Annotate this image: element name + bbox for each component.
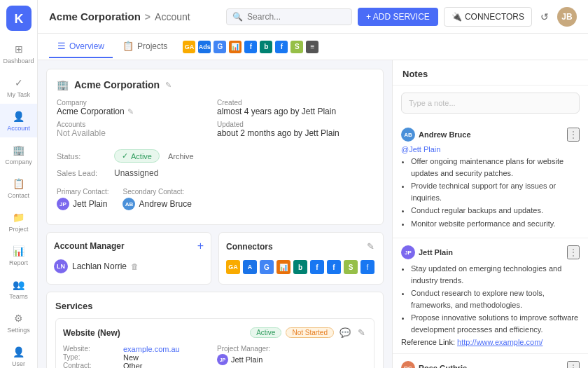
note-item-0: AB Andrew Bruce ⋮ @Jett Plain Offer ongo… (393, 121, 588, 238)
pm-label-0: Project Manager: (217, 345, 367, 353)
service-grid-0: Website:example.com.au Type:New Contract… (63, 345, 367, 368)
secondary-contact-name: Andrew Bruce (139, 199, 191, 209)
header-actions: 🔍 + ADD SERVICE 🔌 CONNECTORS ↺ JB (226, 7, 577, 27)
connectors-button[interactable]: 🔌 CONNECTORS (444, 7, 532, 27)
note-input-area[interactable]: Type a note... (401, 93, 580, 114)
manager-section-header: Account Manager + (54, 240, 204, 252)
sidebar-item-contact[interactable]: 📋 Contact (0, 171, 37, 205)
status-badge-active[interactable]: ✓ Active (114, 149, 160, 163)
breadcrumb: Acme Corporation > Account (49, 11, 218, 22)
note-avatar-0: AB (401, 128, 415, 142)
tab-connector-more[interactable]: ≡ (306, 41, 318, 53)
account-manager-card: Account Manager + LN Lachlan Norrie 🗑 (46, 232, 211, 285)
sidebar-item-project[interactable]: 📁 Project (0, 205, 37, 238)
sidebar-label-settings: Settings (7, 327, 30, 334)
svg-text:K: K (14, 12, 23, 26)
notes-panel: Notes Type a note... AB Andrew Bruce ⋮ @… (392, 60, 588, 368)
connector-analytics[interactable]: 📊 (276, 260, 290, 274)
overview-tab-label: Overview (69, 41, 104, 51)
tab-connector-g[interactable]: G (214, 41, 226, 53)
tab-connector-meta[interactable]: f (275, 41, 288, 53)
note-menu-1[interactable]: ⋮ (567, 245, 580, 259)
delete-manager-button[interactable]: 🗑 (131, 262, 139, 271)
connector-fb2[interactable]: f (327, 260, 341, 274)
projects-tab-label: Projects (137, 41, 167, 51)
connectors-list: GA A G 📊 b f f S f (226, 257, 376, 277)
manager-name: Lachlan Norrie (72, 261, 127, 271)
type-label-0: Type: (63, 353, 119, 362)
tab-connector-ga[interactable]: GA (183, 41, 195, 53)
app-logo[interactable]: K (6, 6, 31, 31)
sidebar-label-contact: Contact (8, 192, 29, 199)
connector-ga[interactable]: GA (226, 260, 240, 274)
website-value-0[interactable]: example.com.au (123, 345, 180, 353)
note-author-2: RG Rose Guthrie (401, 361, 467, 368)
user-avatar-button[interactable]: JB (557, 7, 577, 27)
search-box[interactable]: 🔍 (226, 8, 352, 25)
add-service-button[interactable]: + ADD SERVICE (358, 8, 438, 26)
created-label: Created (217, 99, 373, 107)
connector-shopify[interactable]: S (344, 260, 358, 274)
connector-f3[interactable]: f (360, 260, 374, 274)
add-manager-button[interactable]: + (197, 240, 204, 252)
page-header: Acme Corporation > Account 🔍 + ADD SERVI… (38, 0, 588, 34)
note-menu-2[interactable]: ⋮ (567, 361, 580, 368)
contract-value-0: Other (123, 362, 143, 368)
sidebar-item-account[interactable]: 👤 Account (0, 104, 37, 137)
tab-connector-chart[interactable]: 📊 (229, 41, 241, 53)
tab-overview[interactable]: ☰ Overview (49, 35, 113, 58)
service-edit-0[interactable]: ✎ (356, 326, 367, 339)
note-mention-0: @Jett Plain (401, 145, 580, 154)
company-edit-icon[interactable]: ✎ (127, 107, 134, 116)
note-ref-link-1[interactable]: http://www.example.com/ (457, 338, 542, 346)
note-author-1: JP Jett Plain (401, 245, 453, 259)
tabs-bar: ☰ Overview 📋 Projects GA Ads G 📊 f b f S… (38, 34, 588, 60)
left-panel: 🏢 Acme Corporation ✎ Company Acme Corpor… (38, 60, 392, 368)
sidebar-item-company[interactable]: 🏢 Company (0, 137, 37, 171)
service-progress-0: Not Started (286, 327, 334, 338)
sidebar-item-user[interactable]: 👤 User (0, 339, 37, 368)
connector-bing[interactable]: b (293, 260, 307, 274)
tab-connector-ads[interactable]: Ads (198, 41, 211, 53)
tab-connector-shopify[interactable]: S (290, 41, 303, 53)
company-value: Acme Corporation (57, 107, 125, 116)
note-text-0: Offer ongoing maintenance plans for webs… (401, 156, 580, 229)
sidebar-label-my-task: My Task (7, 91, 30, 98)
refresh-button[interactable]: ↺ (538, 8, 552, 25)
check-icon: ✓ (122, 151, 128, 161)
account-header: 🏢 Acme Corporation ✎ (57, 79, 373, 90)
sales-lead-label: Sales Lead: (57, 169, 106, 177)
connector-meta2[interactable]: f (310, 260, 324, 274)
note-menu-0[interactable]: ⋮ (567, 128, 580, 142)
status-label: Status: (57, 152, 106, 161)
website-label-0: Website: (63, 345, 119, 353)
type-value-0: New (123, 353, 139, 362)
project-icon: 📁 (12, 210, 26, 224)
tab-connector-bing[interactable]: b (260, 41, 272, 53)
breadcrumb-main: Acme Corporation (49, 11, 141, 22)
sidebar-item-dashboard[interactable]: ⊞ Dashboard (0, 36, 37, 70)
edit-connectors-button[interactable]: ✎ (365, 240, 376, 253)
company-field: Company Acme Corporation ✎ (57, 99, 213, 116)
sidebar-item-my-task[interactable]: ✓ My Task (0, 70, 37, 104)
service-people-0: Project Manager: JP Jett Plain Sales Per… (217, 345, 367, 368)
tab-connector-fb[interactable]: f (244, 41, 257, 53)
breadcrumb-separator: > (145, 11, 150, 22)
connector-g[interactable]: G (260, 260, 274, 274)
sidebar-item-report[interactable]: 📊 Report (0, 238, 37, 272)
note-author-name-1: Jett Plain (419, 248, 453, 257)
search-input[interactable] (247, 12, 345, 22)
account-title-edit[interactable]: ✎ (165, 81, 172, 90)
company-icon: 🏢 (12, 143, 26, 157)
sidebar-item-teams[interactable]: 👥 Teams (0, 272, 37, 306)
notes-header: Notes (393, 60, 588, 86)
tab-projects[interactable]: 📋 Projects (114, 35, 176, 58)
connector-ads[interactable]: A (243, 260, 257, 274)
service-name-0: Website (New) (63, 328, 120, 338)
breadcrumb-sub: Account (155, 11, 190, 22)
archive-button[interactable]: Archive (168, 152, 194, 161)
manager-connectors-row: Account Manager + LN Lachlan Norrie 🗑 Co… (46, 232, 384, 285)
note-ref-label-1: Reference Link: (401, 338, 455, 346)
service-comment-0[interactable]: 💬 (338, 326, 352, 339)
sidebar-item-settings[interactable]: ⚙ Settings (0, 306, 37, 339)
